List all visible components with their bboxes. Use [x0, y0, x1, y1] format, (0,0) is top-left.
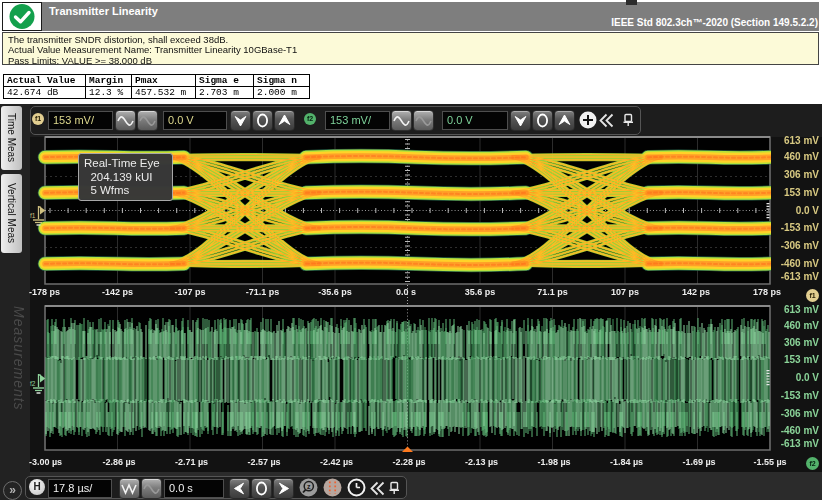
- svg-text:z: z: [307, 483, 311, 490]
- svg-text:f2: f2: [30, 380, 36, 387]
- svg-text:f1: f1: [30, 212, 36, 219]
